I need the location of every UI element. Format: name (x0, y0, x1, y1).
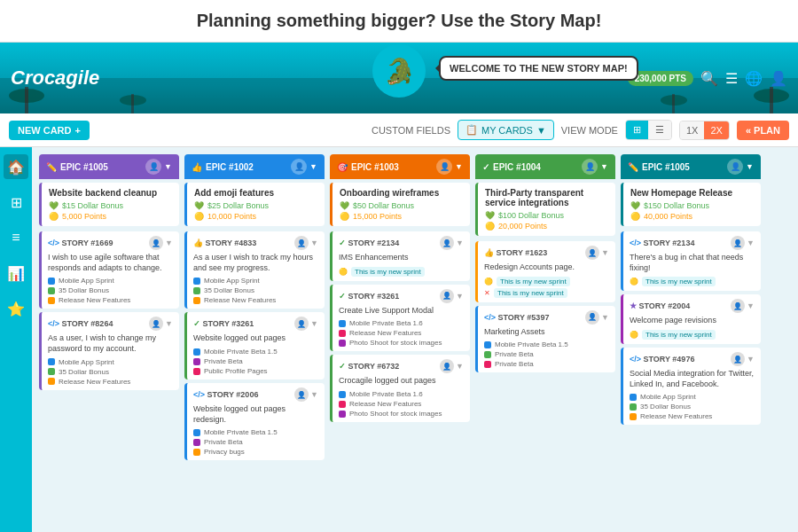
speech-bubble: WELCOME TO THE NEW STORY MAP! (439, 56, 638, 81)
new-card-button[interactable]: NEW CARD + (9, 121, 90, 140)
story-1669-chevron[interactable]: ▼ (165, 239, 173, 247)
sidebar-home-icon[interactable]: 🏠 (4, 154, 28, 179)
story-3261-c[interactable]: ✓ STORY #3261 👤 ▼ Create Live Support Mo… (330, 285, 470, 352)
story-1623[interactable]: 👍 STORY #1623 👤 ▼ Redesign Accounts page… (475, 241, 615, 302)
tag-mobile: Mobile App Sprint (48, 277, 173, 285)
epic-card-1: Website backend cleanup 💚 $15 Dollar Bon… (39, 183, 179, 226)
user-icon[interactable]: 👤 (770, 70, 787, 87)
list-view-button[interactable]: ☰ (648, 121, 671, 139)
story-4833-chevron[interactable]: ▼ (310, 239, 318, 247)
story-2004-id: ★ STORY #2004 (630, 301, 690, 310)
epic-card-5: New Homepage Release 💚 $150 Dollar Bonus… (621, 183, 761, 226)
zoom-2x-button[interactable]: 2X (704, 121, 728, 139)
story-3261-b[interactable]: ✓ STORY #3261 👤 ▼ Website logged out pag… (184, 312, 325, 379)
column-3-scroll: Onboarding wireframes 💚 $50 Dollar Bonus… (330, 183, 470, 422)
story-1669-id: </> STORY #1669 (48, 239, 113, 247)
story-6732-desc: Crocagile logged out pages (339, 376, 464, 387)
epic-2-type-icon: 👍 (192, 162, 202, 172)
story-5397[interactable]: </> STORY #5397 👤 ▼ Marketing Assets Mob… (475, 306, 615, 373)
column-5: ✏️ EPIC #1005 👤 ▼ New Homepage Release 💚… (621, 154, 761, 532)
zoom-1x-button[interactable]: 1X (680, 121, 704, 139)
story-1669[interactable]: </> STORY #1669 👤 ▼ I wish to use agile … (39, 231, 179, 309)
mascot-image: 🐊 (372, 44, 426, 98)
main-layout: 🏠 ⊞ ≡ 📊 ⭐ ✏️ EPIC #1005 👤 ▼ (0, 147, 798, 532)
epic-2-avatar: 👤 (291, 159, 307, 175)
story-4976-desc: Social Media integration for Twitter, Li… (630, 369, 755, 389)
epic-5-id: EPIC #1005 (642, 162, 690, 172)
story-8264-desc: As a user, I wish to change my password … (48, 333, 173, 354)
epic-4-points: 🟡 20,000 Points (485, 222, 608, 231)
story-1669-tags: Mobile App Sprint 35 Dollar Bonus Releas… (48, 277, 173, 304)
svg-rect-6 (131, 94, 134, 113)
column-2: 👍 EPIC #1002 👤 ▼ Add emoji features 💚 $2… (184, 154, 325, 532)
story-2006-id: </> STORY #2006 (193, 390, 258, 399)
search-icon[interactable]: 🔍 (700, 70, 718, 87)
story-8264-chevron[interactable]: ▼ (165, 319, 173, 328)
story-2134b-id: </> STORY #2134 (630, 239, 694, 247)
epic-3-chevron[interactable]: ▼ (455, 162, 463, 171)
grid-view-button[interactable]: ⊞ (626, 121, 648, 139)
story-3261c-id: ✓ STORY #3261 (339, 292, 399, 301)
epic-4-id: EPIC #1004 (493, 162, 541, 172)
story-4833-tags: Mobile App Sprint 35 Dollar Bonus Releas… (193, 277, 318, 304)
my-cards-button[interactable]: 📋 MY CARDS ▼ (458, 120, 554, 140)
epic-5-chevron[interactable]: ▼ (746, 162, 754, 171)
menu-icon[interactable]: ☰ (725, 70, 738, 87)
epic-2-title: Add emoji features (194, 188, 317, 198)
epic-4-type-icon: ✓ (482, 162, 489, 172)
main-content: ✏️ EPIC #1005 👤 ▼ Website backend cleanu… (32, 147, 798, 532)
epic-2-chevron[interactable]: ▼ (309, 162, 317, 171)
story-2134[interactable]: ✓ STORY #2134 👤 ▼ IMS Enhancements 🟡 Thi… (330, 231, 470, 281)
story-5397-desc: Marketing Assets (484, 327, 609, 338)
logo: Crocagile (11, 66, 99, 90)
sidebar-star-icon[interactable]: ⭐ (4, 296, 28, 321)
column-4-scroll: Third-Party transparent service integrat… (475, 183, 615, 372)
story-6732[interactable]: ✓ STORY #6732 👤 ▼ Crocagile logged out p… (330, 355, 470, 422)
toolbar: NEW CARD + CUSTOM FIELDS 📋 MY CARDS ▼ VI… (0, 113, 798, 147)
epic-2-bonus: 💚 $25 Dollar Bonus (194, 201, 317, 210)
sidebar-grid-icon[interactable]: ⊞ (4, 190, 28, 215)
story-3261c-desc: Create Live Support Modal (339, 306, 464, 317)
story-8264[interactable]: </> STORY #8264 👤 ▼ As a user, I wish to… (39, 312, 179, 389)
story-5397-id: </> STORY #5397 (484, 313, 549, 322)
epic-5-avatar: 👤 (727, 159, 743, 175)
story-8264-header: </> STORY #8264 👤 ▼ (48, 317, 173, 331)
story-2006[interactable]: </> STORY #2006 👤 ▼ Website logged out p… (184, 383, 325, 460)
column-3: 🎯 EPIC #1003 👤 ▼ Onboarding wireframes 💚… (330, 154, 470, 532)
epic-1-points: 🟡 5,000 Points (49, 212, 172, 221)
story-3261b-avatar: 👤 (294, 317, 309, 331)
sidebar-list-icon[interactable]: ≡ (4, 225, 28, 250)
story-2006-desc: Website logged out pages redesign. (193, 404, 318, 425)
view-toggle: ⊞ ☰ (625, 120, 672, 140)
epic-3-avatar: 👤 (436, 159, 452, 175)
story-1669-desc: I wish to use agile software that respon… (48, 253, 173, 273)
epic-header-3: 🎯 EPIC #1003 👤 ▼ (330, 154, 470, 179)
epic-3-title: Onboarding wireframes (340, 188, 463, 198)
story-2004-desc: Welcome page revisions (630, 316, 755, 326)
story-2134-b[interactable]: </> STORY #2134 👤 ▼ There's a bug in cha… (621, 231, 761, 291)
globe-icon[interactable]: 🌐 (745, 70, 763, 87)
story-3261b-id: ✓ STORY #3261 (193, 319, 254, 328)
view-mode-label: VIEW MODE (561, 125, 618, 136)
plan-button[interactable]: « PLAN (737, 121, 789, 140)
story-4833[interactable]: 👍 STORY #4833 👤 ▼ As a user I wish to tr… (184, 231, 325, 309)
story-1669-header: </> STORY #1669 👤 ▼ (48, 236, 173, 250)
story-8264-avatar: 👤 (149, 317, 163, 331)
story-1623-desc: Redesign Accounts page. (484, 262, 609, 273)
epic-4-chevron[interactable]: ▼ (600, 162, 608, 171)
epic-2-points: 🟡 10,000 Points (194, 212, 317, 221)
story-2004[interactable]: ★ STORY #2004 👤 ▼ Welcome page revisions… (621, 294, 761, 344)
column-1-scroll: Website backend cleanup 💚 $15 Dollar Bon… (39, 183, 179, 390)
svg-rect-8 (672, 94, 675, 113)
epic-3-type-icon: 🎯 (337, 162, 348, 172)
sidebar-chart-icon[interactable]: 📊 (4, 261, 28, 286)
epic-1-chevron[interactable]: ▼ (164, 162, 172, 171)
story-4833-desc: As a user I wish to track my hours and s… (193, 253, 318, 273)
story-1623-id: 👍 STORY #1623 (484, 248, 547, 257)
epic-1-id: EPIC #1005 (60, 162, 108, 172)
story-4976[interactable]: </> STORY #4976 👤 ▼ Social Media integra… (621, 348, 761, 425)
story-2134-id: ✓ STORY #2134 (339, 239, 399, 247)
story-6732-id: ✓ STORY #6732 (339, 362, 399, 371)
epic-1-avatar: 👤 (145, 159, 161, 175)
story-3261b-desc: Website logged out pages (193, 333, 318, 344)
